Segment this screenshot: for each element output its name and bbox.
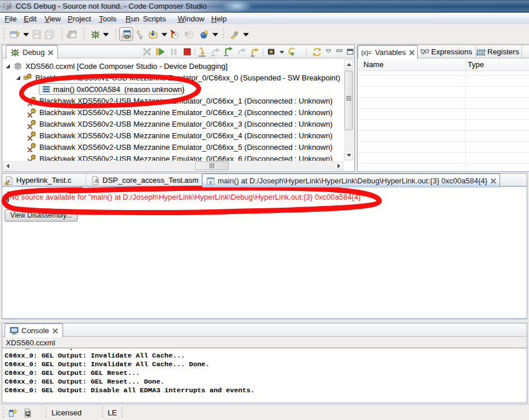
svg-text:c: c bbox=[210, 179, 212, 185]
svg-text:(x)=: (x)= bbox=[361, 50, 372, 56]
svg-text:.S: .S bbox=[94, 178, 99, 184]
svg-text:x=: x= bbox=[422, 52, 425, 56]
svg-text:0101: 0101 bbox=[476, 53, 486, 56]
